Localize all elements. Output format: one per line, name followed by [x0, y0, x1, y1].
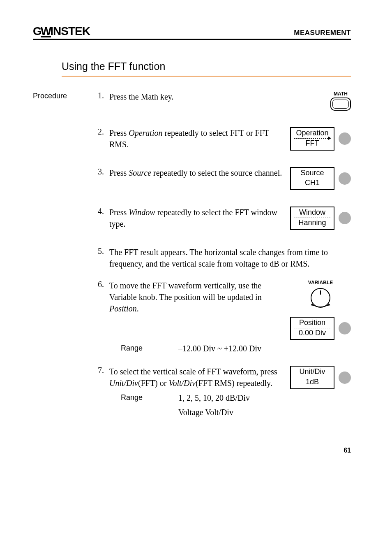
range-value: Voltage Volt/Div [178, 408, 233, 417]
variable-knob-label: VARIABLE [308, 280, 333, 286]
source-softkey: Source CH1 [290, 167, 334, 190]
softkey-divider-arrow-icon [294, 138, 330, 139]
side-button-icon [339, 132, 351, 145]
step-number: 4. [98, 207, 109, 216]
side-button-icon [339, 372, 351, 384]
softkey-bottom: Hanning [298, 219, 326, 227]
range-label: Range [121, 344, 162, 353]
step-5-text: The FFT result appears. The horizontal s… [109, 246, 351, 269]
softkey-bottom: 1dB [306, 378, 319, 386]
header-chapter: MEASUREMENT [294, 29, 351, 37]
operation-softkey: Operation FFT [290, 127, 334, 151]
brand-rest: INSTEK [50, 25, 90, 37]
step-7-text: To select the vertical scale of FFT wave… [109, 366, 285, 389]
softkey-top: Unit/Div [299, 368, 325, 376]
step-3-text: Press Source repeatedly to select the so… [109, 167, 285, 179]
window-softkey: Window Hanning [290, 207, 334, 230]
page-header: GWINSTEK MEASUREMENT [33, 25, 351, 40]
position-softkey: Position 0.00 Div [290, 317, 334, 340]
math-key-icon [330, 98, 351, 111]
step-4-text: Press Window repeatedly to select the FF… [109, 207, 285, 230]
page-number: 61 [33, 447, 351, 454]
softkey-top: Window [299, 209, 325, 217]
step-number: 3. [98, 167, 109, 176]
step-4: 4. Press Window repeatedly to select the… [98, 207, 351, 230]
step-5: 5. The FFT result appears. The horizonta… [98, 246, 351, 269]
step-6-range: Range –12.00 Div ~ +12.00 Div [121, 344, 351, 353]
softkey-bottom: CH1 [305, 179, 320, 187]
step-number: 2. [98, 127, 109, 137]
range-label: Range [121, 393, 162, 403]
brand-logo: GWINSTEK [33, 25, 90, 38]
softkey-divider-icon [294, 218, 330, 218]
softkey-top: Source [300, 169, 324, 177]
brand-u: W [41, 27, 51, 37]
step-number: 6. [98, 280, 109, 289]
brand-g: G [33, 25, 42, 37]
softkey-divider-icon [294, 328, 330, 328]
step-2: 2. Press Operation repeatedly to select … [98, 127, 351, 151]
range-value: –12.00 Div ~ +12.00 Div [178, 344, 261, 353]
softkey-top: Operation [296, 129, 328, 137]
step-number: 5. [98, 246, 109, 256]
step-7-range-2: Voltage Volt/Div [121, 408, 351, 417]
step-2-text: Press Operation repeatedly to select FFT… [109, 127, 285, 150]
math-key-graphic: MATH [330, 91, 351, 111]
range-label-empty [121, 408, 162, 417]
softkey-bottom: 0.00 Div [299, 329, 326, 337]
step-6-text: To move the FFT waveform vertically, use… [109, 280, 285, 314]
step-7-range-1: Range 1, 2, 5, 10, 20 dB/Div [121, 393, 351, 403]
step-1-text: Press the Math key. [109, 91, 325, 102]
math-key-label: MATH [334, 91, 348, 97]
knob-arrows-icon [308, 303, 333, 309]
step-number: 1. [98, 91, 109, 100]
softkey-divider-icon [294, 377, 330, 377]
content-row: Procedure 1. Press the Math key. MATH 2.… [33, 91, 351, 422]
step-3: 3. Press Source repeatedly to select the… [98, 167, 351, 190]
side-button-icon [339, 172, 351, 185]
variable-knob-icon [311, 288, 330, 308]
procedure-label: Procedure [33, 91, 98, 100]
range-value: 1, 2, 5, 10, 20 dB/Div [178, 393, 250, 403]
softkey-divider-icon [294, 178, 330, 178]
section-rule [62, 76, 351, 77]
step-6: 6. To move the FFT waveform vertically, … [98, 280, 351, 340]
step-1: 1. Press the Math key. MATH [98, 91, 351, 111]
step-7: 7. To select the vertical scale of FFT w… [98, 366, 351, 389]
softkey-top: Position [299, 319, 325, 327]
softkey-bottom: FFT [306, 139, 319, 148]
step-number: 7. [98, 366, 109, 375]
section-title: Using the FFT function [62, 60, 351, 72]
side-button-icon [339, 322, 351, 334]
side-button-icon [339, 212, 351, 224]
unitdiv-softkey: Unit/Div 1dB [290, 366, 334, 389]
